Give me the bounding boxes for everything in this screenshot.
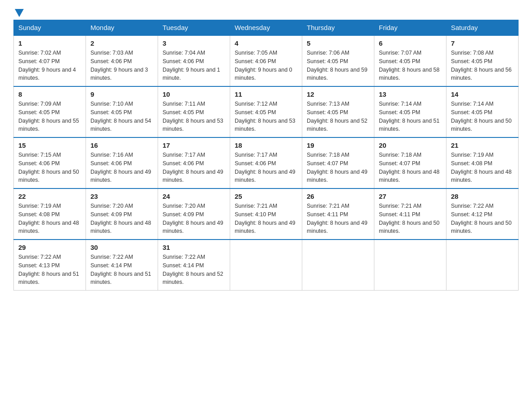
calendar-cell: 1Sunrise: 7:02 AMSunset: 4:07 PMDaylight… xyxy=(14,35,86,86)
day-number: 23 xyxy=(90,193,153,200)
header-friday: Friday xyxy=(374,20,446,36)
day-number: 4 xyxy=(235,39,297,47)
day-number: 5 xyxy=(307,39,369,47)
day-info: Sunrise: 7:08 AMSunset: 4:05 PMDaylight:… xyxy=(451,49,514,82)
day-number: 21 xyxy=(451,141,514,149)
calendar-cell xyxy=(446,240,519,291)
day-number: 25 xyxy=(235,193,297,200)
day-info: Sunrise: 7:06 AMSunset: 4:05 PMDaylight:… xyxy=(307,49,369,82)
calendar-header: SundayMondayTuesdayWednesdayThursdayFrid… xyxy=(14,20,519,36)
header-saturday: Saturday xyxy=(446,20,519,36)
day-number: 22 xyxy=(18,193,81,200)
week-row-1: 1Sunrise: 7:02 AMSunset: 4:07 PMDaylight… xyxy=(14,35,519,86)
calendar-cell: 3Sunrise: 7:04 AMSunset: 4:06 PMDaylight… xyxy=(158,35,230,86)
calendar-table: SundayMondayTuesdayWednesdayThursdayFrid… xyxy=(13,20,519,291)
calendar-cell: 4Sunrise: 7:05 AMSunset: 4:06 PMDaylight… xyxy=(230,35,302,86)
day-number: 31 xyxy=(163,244,225,251)
calendar-cell: 27Sunrise: 7:21 AMSunset: 4:11 PMDayligh… xyxy=(374,188,446,240)
calendar-body: 1Sunrise: 7:02 AMSunset: 4:07 PMDaylight… xyxy=(14,35,519,291)
day-number: 13 xyxy=(379,90,442,98)
calendar-cell: 10Sunrise: 7:11 AMSunset: 4:05 PMDayligh… xyxy=(158,86,230,137)
header-row: SundayMondayTuesdayWednesdayThursdayFrid… xyxy=(14,20,519,36)
calendar-cell: 8Sunrise: 7:09 AMSunset: 4:05 PMDaylight… xyxy=(14,86,86,137)
day-info: Sunrise: 7:10 AMSunset: 4:05 PMDaylight:… xyxy=(90,100,153,133)
calendar-cell: 26Sunrise: 7:21 AMSunset: 4:11 PMDayligh… xyxy=(302,188,374,240)
calendar-cell: 19Sunrise: 7:18 AMSunset: 4:07 PMDayligh… xyxy=(302,137,374,188)
day-number: 19 xyxy=(307,141,369,149)
day-info: Sunrise: 7:05 AMSunset: 4:06 PMDaylight:… xyxy=(235,49,297,82)
week-row-5: 29Sunrise: 7:22 AMSunset: 4:13 PMDayligh… xyxy=(14,240,519,291)
day-info: Sunrise: 7:04 AMSunset: 4:06 PMDaylight:… xyxy=(163,49,225,82)
day-info: Sunrise: 7:14 AMSunset: 4:05 PMDaylight:… xyxy=(451,100,514,133)
day-number: 14 xyxy=(451,90,514,98)
logo-blue-part xyxy=(13,9,24,15)
day-info: Sunrise: 7:21 AMSunset: 4:11 PMDaylight:… xyxy=(307,202,369,235)
calendar-cell: 17Sunrise: 7:17 AMSunset: 4:06 PMDayligh… xyxy=(158,137,230,188)
day-info: Sunrise: 7:19 AMSunset: 4:08 PMDaylight:… xyxy=(18,202,81,235)
day-number: 7 xyxy=(451,39,514,47)
day-number: 27 xyxy=(379,193,442,200)
calendar-cell: 11Sunrise: 7:12 AMSunset: 4:05 PMDayligh… xyxy=(230,86,302,137)
day-info: Sunrise: 7:02 AMSunset: 4:07 PMDaylight:… xyxy=(18,49,81,82)
day-number: 18 xyxy=(235,141,297,149)
day-info: Sunrise: 7:18 AMSunset: 4:07 PMDaylight:… xyxy=(379,151,442,184)
calendar-cell: 5Sunrise: 7:06 AMSunset: 4:05 PMDaylight… xyxy=(302,35,374,86)
calendar-cell: 30Sunrise: 7:22 AMSunset: 4:14 PMDayligh… xyxy=(86,240,158,291)
day-number: 24 xyxy=(163,193,225,200)
day-info: Sunrise: 7:22 AMSunset: 4:14 PMDaylight:… xyxy=(163,253,225,287)
calendar-cell: 7Sunrise: 7:08 AMSunset: 4:05 PMDaylight… xyxy=(446,35,519,86)
day-info: Sunrise: 7:22 AMSunset: 4:12 PMDaylight:… xyxy=(451,202,514,235)
page-header xyxy=(13,9,519,15)
day-info: Sunrise: 7:15 AMSunset: 4:06 PMDaylight:… xyxy=(18,151,81,184)
week-row-4: 22Sunrise: 7:19 AMSunset: 4:08 PMDayligh… xyxy=(14,188,519,240)
day-number: 1 xyxy=(18,39,81,47)
calendar-cell: 23Sunrise: 7:20 AMSunset: 4:09 PMDayligh… xyxy=(86,188,158,240)
calendar-cell: 29Sunrise: 7:22 AMSunset: 4:13 PMDayligh… xyxy=(14,240,86,291)
day-info: Sunrise: 7:22 AMSunset: 4:14 PMDaylight:… xyxy=(90,253,153,287)
calendar-cell: 2Sunrise: 7:03 AMSunset: 4:06 PMDaylight… xyxy=(86,35,158,86)
day-number: 17 xyxy=(163,141,225,149)
day-info: Sunrise: 7:17 AMSunset: 4:06 PMDaylight:… xyxy=(163,151,225,184)
day-info: Sunrise: 7:03 AMSunset: 4:06 PMDaylight:… xyxy=(90,49,153,82)
week-row-2: 8Sunrise: 7:09 AMSunset: 4:05 PMDaylight… xyxy=(14,86,519,137)
calendar-cell: 9Sunrise: 7:10 AMSunset: 4:05 PMDaylight… xyxy=(86,86,158,137)
day-info: Sunrise: 7:13 AMSunset: 4:05 PMDaylight:… xyxy=(307,100,369,133)
calendar-cell: 28Sunrise: 7:22 AMSunset: 4:12 PMDayligh… xyxy=(446,188,519,240)
day-info: Sunrise: 7:09 AMSunset: 4:05 PMDaylight:… xyxy=(18,100,81,133)
calendar-cell: 6Sunrise: 7:07 AMSunset: 4:05 PMDaylight… xyxy=(374,35,446,86)
header-wednesday: Wednesday xyxy=(230,20,302,36)
day-info: Sunrise: 7:20 AMSunset: 4:09 PMDaylight:… xyxy=(90,202,153,235)
day-number: 2 xyxy=(90,39,153,47)
calendar-cell: 31Sunrise: 7:22 AMSunset: 4:14 PMDayligh… xyxy=(158,240,230,291)
day-info: Sunrise: 7:07 AMSunset: 4:05 PMDaylight:… xyxy=(379,49,442,82)
day-number: 12 xyxy=(307,90,369,98)
day-info: Sunrise: 7:21 AMSunset: 4:10 PMDaylight:… xyxy=(235,202,297,235)
day-info: Sunrise: 7:18 AMSunset: 4:07 PMDaylight:… xyxy=(307,151,369,184)
day-number: 28 xyxy=(451,193,514,200)
day-number: 26 xyxy=(307,193,369,200)
day-number: 15 xyxy=(18,141,81,149)
day-number: 10 xyxy=(163,90,225,98)
calendar-cell: 25Sunrise: 7:21 AMSunset: 4:10 PMDayligh… xyxy=(230,188,302,240)
header-sunday: Sunday xyxy=(14,20,86,36)
calendar-cell: 21Sunrise: 7:19 AMSunset: 4:08 PMDayligh… xyxy=(446,137,519,188)
day-info: Sunrise: 7:16 AMSunset: 4:06 PMDaylight:… xyxy=(90,151,153,184)
day-info: Sunrise: 7:12 AMSunset: 4:05 PMDaylight:… xyxy=(235,100,297,133)
day-info: Sunrise: 7:19 AMSunset: 4:08 PMDaylight:… xyxy=(451,151,514,184)
logo-triangle-icon xyxy=(15,9,24,17)
calendar-cell: 20Sunrise: 7:18 AMSunset: 4:07 PMDayligh… xyxy=(374,137,446,188)
day-info: Sunrise: 7:20 AMSunset: 4:09 PMDaylight:… xyxy=(163,202,225,235)
day-number: 9 xyxy=(90,90,153,98)
calendar-cell: 22Sunrise: 7:19 AMSunset: 4:08 PMDayligh… xyxy=(14,188,86,240)
header-monday: Monday xyxy=(86,20,158,36)
header-thursday: Thursday xyxy=(302,20,374,36)
day-number: 8 xyxy=(18,90,81,98)
logo xyxy=(13,9,24,15)
day-info: Sunrise: 7:21 AMSunset: 4:11 PMDaylight:… xyxy=(379,202,442,235)
day-number: 3 xyxy=(163,39,225,47)
calendar-cell: 18Sunrise: 7:17 AMSunset: 4:06 PMDayligh… xyxy=(230,137,302,188)
day-number: 30 xyxy=(90,244,153,251)
calendar-cell xyxy=(230,240,302,291)
day-number: 29 xyxy=(18,244,81,251)
calendar-cell: 14Sunrise: 7:14 AMSunset: 4:05 PMDayligh… xyxy=(446,86,519,137)
